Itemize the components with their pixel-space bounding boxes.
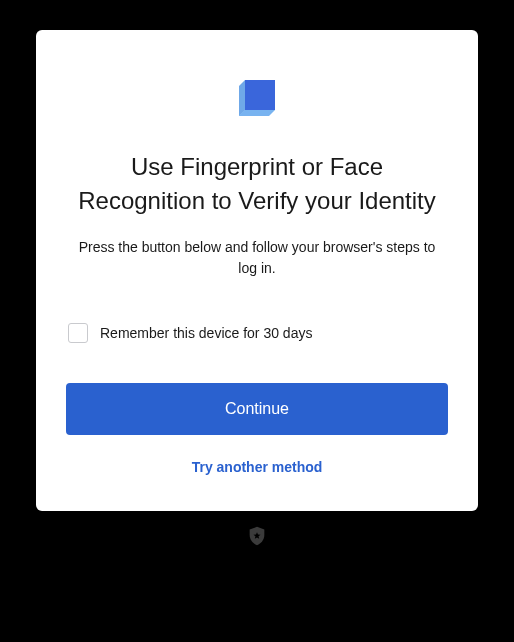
page-subtitle: Press the button below and follow your b…: [66, 237, 448, 279]
page-title: Use Fingerprint or Face Recognition to V…: [66, 150, 448, 217]
try-another-method-link[interactable]: Try another method: [192, 459, 323, 475]
remember-device-row[interactable]: Remember this device for 30 days: [66, 323, 448, 343]
app-logo-icon: [231, 70, 283, 122]
auth-card: Use Fingerprint or Face Recognition to V…: [36, 30, 478, 511]
remember-device-checkbox[interactable]: [68, 323, 88, 343]
svg-marker-1: [245, 80, 275, 110]
svg-marker-3: [239, 110, 275, 116]
svg-marker-2: [239, 80, 245, 116]
shield-badge-icon: [246, 525, 268, 547]
continue-button[interactable]: Continue: [66, 383, 448, 435]
remember-device-label: Remember this device for 30 days: [100, 325, 312, 341]
